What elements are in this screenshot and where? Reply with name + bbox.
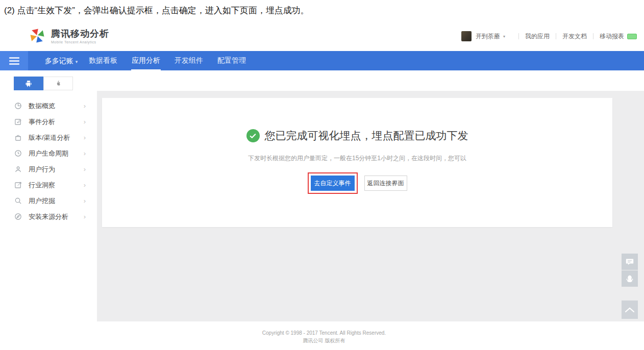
success-check-icon xyxy=(246,129,260,142)
sidebar-item-label: 行业洞察 xyxy=(29,181,55,190)
chevron-down-icon: ▾ xyxy=(76,59,78,64)
pinwheel-logo-icon xyxy=(28,27,46,45)
annotation-highlight-box: 去自定义事件 xyxy=(308,172,358,194)
search-icon xyxy=(14,197,22,205)
back-to-top-button[interactable] xyxy=(622,301,638,319)
success-title: 您已完成可视化埋点，埋点配置已成功下发 xyxy=(265,129,468,143)
clock-icon xyxy=(14,149,22,157)
tencent-mta-logo[interactable]: 腾讯移动分析 Mobile Tencent Analytics xyxy=(28,27,109,45)
action-buttons: 去自定义事件 返回连接界面 xyxy=(102,172,612,194)
chevron-right-icon: › xyxy=(84,165,86,173)
package-icon xyxy=(14,134,22,141)
link-mobile-report[interactable]: 移动报表 xyxy=(600,32,624,41)
chevron-right-icon: › xyxy=(84,181,86,189)
sidebar: 数据概览 › 事件分析 › 版本/渠道分析 › xyxy=(0,70,97,350)
instruction-text: (2) 点击“生效下发”，会弹出确认提示框，点击确定，进入如下页面，埋点成功。 xyxy=(4,5,309,16)
sidebar-item-user-mining[interactable]: 用户挖掘 › xyxy=(0,193,97,209)
copyright-line1: Copyright © 1998 - 2017 Tencent. All Rig… xyxy=(94,329,554,337)
logo-subtitle: Mobile Tencent Analytics xyxy=(51,40,109,44)
tab-config-management[interactable]: 配置管理 xyxy=(217,51,246,70)
tab-app-analysis[interactable]: 应用分析 xyxy=(131,51,161,70)
ios-platform-button[interactable] xyxy=(43,77,73,90)
insight-icon xyxy=(14,181,22,189)
nav-tabs: 数据看板 应用分析 开发组件 配置管理 xyxy=(88,51,246,70)
sidebar-item-label: 用户行为 xyxy=(29,165,55,174)
edit-icon xyxy=(14,118,22,126)
sidebar-item-version-channel[interactable]: 版本/渠道分析 › xyxy=(0,130,97,145)
divider xyxy=(593,33,593,39)
username[interactable]: 开到荼蘼 xyxy=(476,32,500,41)
divider xyxy=(556,33,556,39)
content-top-strip xyxy=(97,70,644,91)
go-custom-events-button[interactable]: 去自定义事件 xyxy=(311,176,355,191)
sidebar-item-label: 用户生命周期 xyxy=(29,149,68,158)
chevron-up-icon xyxy=(625,307,635,313)
sidebar-menu: 数据概览 › 事件分析 › 版本/渠道分析 › xyxy=(0,98,97,224)
topbar-right: 开到荼蘼 ▾ 我的应用 开发文档 移动报表 xyxy=(461,21,637,51)
sidebar-item-user-lifecycle[interactable]: 用户生命周期 › xyxy=(0,145,97,161)
success-subtitle: 下发时长根据您的用户量而定，一般在15分钟至1小时之间，在这段时间，您可以 xyxy=(102,154,612,163)
menu-icon[interactable] xyxy=(0,51,28,70)
sidebar-item-label: 安装来源分析 xyxy=(29,212,68,221)
topbar: 腾讯移动分析 Mobile Tencent Analytics 开到荼蘼 ▾ 我… xyxy=(0,21,644,51)
sidebar-item-label: 版本/渠道分析 xyxy=(29,133,70,142)
chevron-right-icon: › xyxy=(84,102,86,110)
sidebar-item-label: 事件分析 xyxy=(29,117,55,127)
platform-toggle xyxy=(14,77,73,90)
mini-program-badge-icon xyxy=(627,34,637,39)
android-icon xyxy=(24,80,33,88)
qq-icon xyxy=(625,274,634,283)
compass-icon xyxy=(14,213,22,220)
chevron-right-icon: › xyxy=(84,149,86,157)
pie-chart-icon xyxy=(14,102,22,110)
tab-dev-components[interactable]: 开发组件 xyxy=(174,51,204,70)
chevron-down-icon[interactable]: ▾ xyxy=(503,34,505,39)
user-icon xyxy=(14,165,22,173)
sidebar-item-event-analysis[interactable]: 事件分析 › xyxy=(0,114,97,130)
sidebar-item-install-source[interactable]: 安装来源分析 › xyxy=(0,209,97,224)
sidebar-item-data-overview[interactable]: 数据概览 › xyxy=(0,98,97,114)
qq-contact-button[interactable] xyxy=(622,270,638,287)
sidebar-item-label: 数据概览 xyxy=(29,102,55,111)
chevron-right-icon: › xyxy=(84,197,86,205)
copyright-line2: 腾讯公司 版权所有 xyxy=(94,337,554,344)
app-selector-label: 多多记账 xyxy=(45,57,73,65)
page: (2) 点击“生效下发”，会弹出确认提示框，点击确定，进入如下页面，埋点成功。 … xyxy=(0,0,644,350)
chevron-right-icon: › xyxy=(84,213,86,220)
success-card: 您已完成可视化埋点，埋点配置已成功下发 下发时长根据您的用户量而定，一般在15分… xyxy=(102,98,612,227)
divider xyxy=(518,33,519,39)
chat-icon xyxy=(625,257,634,266)
tab-data-dashboard[interactable]: 数据看板 xyxy=(88,51,118,70)
success-title-row: 您已完成可视化埋点，埋点配置已成功下发 xyxy=(102,129,612,143)
floating-toolbar xyxy=(622,254,638,287)
navbar: 多多记账▾ 数据看板 应用分析 开发组件 配置管理 xyxy=(0,51,644,70)
link-my-apps[interactable]: 我的应用 xyxy=(525,32,550,41)
app-selector[interactable]: 多多记账▾ xyxy=(36,51,87,70)
link-dev-docs[interactable]: 开发文档 xyxy=(562,32,587,41)
chevron-right-icon: › xyxy=(84,134,86,141)
android-platform-button[interactable] xyxy=(14,77,43,90)
logo-title: 腾讯移动分析 xyxy=(51,28,109,40)
sidebar-item-industry-insight[interactable]: 行业洞察 › xyxy=(0,177,97,193)
footer: Copyright © 1998 - 2017 Tencent. All Rig… xyxy=(94,321,554,350)
back-to-connect-button[interactable]: 返回连接界面 xyxy=(364,176,407,191)
chevron-right-icon: › xyxy=(84,118,86,126)
feedback-chat-button[interactable] xyxy=(622,254,638,270)
logo-text: 腾讯移动分析 Mobile Tencent Analytics xyxy=(51,28,109,44)
sidebar-item-label: 用户挖掘 xyxy=(29,196,55,206)
sidebar-item-user-behavior[interactable]: 用户行为 › xyxy=(0,161,97,177)
content-area: 您已完成可视化埋点，埋点配置已成功下发 下发时长根据您的用户量而定，一般在15分… xyxy=(97,91,644,321)
apple-icon xyxy=(55,80,62,87)
avatar[interactable] xyxy=(461,31,472,41)
